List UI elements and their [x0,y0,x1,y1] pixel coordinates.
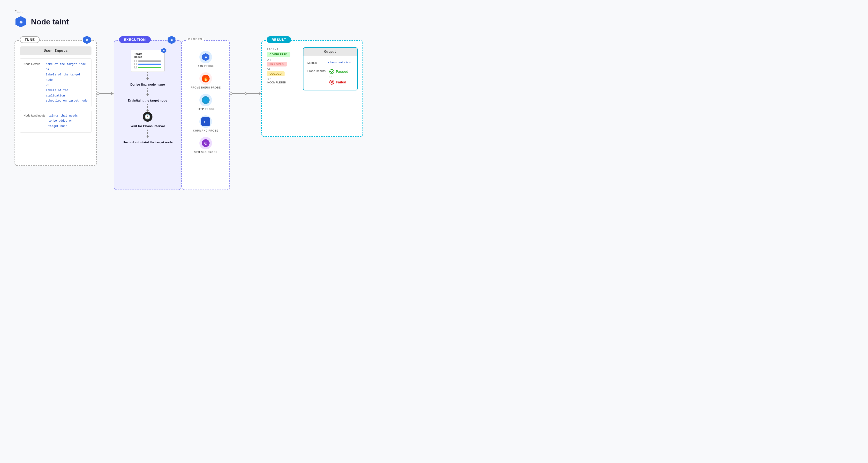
status-column: STATUS COMPLETED OR ERRORED OR QUEUED OR… [267,47,298,91]
node-taint-values: taints that needsto be added ontarget no… [48,113,78,129]
node-details-row: Node Details name of the target node OR … [20,58,91,107]
or-1: OR [267,58,298,61]
execution-k8s-icon: ⎈ [167,35,176,44]
passed-badge: Passed [329,69,348,74]
status-completed: COMPLETED [267,52,290,57]
output-header: Output [304,48,357,56]
srm-slo-probe-item[interactable]: ⊕ SRM SLO PROBE [194,137,218,154]
connector-arrow-2 [259,92,261,95]
exec-step-wait: 🕐 Wait for Chaos Interval [130,104,164,129]
connector-line-2 [232,93,244,94]
http-probe-name: HTTP PROBE [197,108,215,110]
exec-step-target-nodes: Targetnodes ⎈ Derive final node name [130,50,165,88]
http-probe-item[interactable]: 🌐 HTTP PROBE [197,94,215,110]
result-badge: RESULT [267,36,291,43]
svg-text:⎈: ⎈ [19,19,23,25]
probes-section: PROBES ⎈ K8S PROBE 🔥 [182,40,230,190]
connector-line-3 [247,93,259,94]
exec-step-label-1: Derive final node name [130,82,165,87]
svg-text:⊕: ⊕ [204,141,208,145]
execution-section: EXECUTION ⎈ Targetnodes ⎈ [114,40,182,190]
check-icon [329,69,334,74]
metrics-row: Metrics chaos metrics [307,59,353,67]
tune-section: TUNE ⎈ User Inputs Node Details name of … [14,40,97,166]
probe-results-values: Passed OR Failed [329,69,348,85]
result-section: RESULT STATUS COMPLETED OR ERRORED OR QU… [261,40,363,137]
k8s-probe-icon: ⎈ [199,51,212,63]
exec-step-uncordon: Uncordon/untaint the target node [123,130,173,145]
svg-text:🔥: 🔥 [203,76,209,81]
srm-probe-icon: ⊕ [199,137,212,150]
k8s-probe-name: K8S PROBE [198,65,214,67]
page-label: Fault [14,10,854,13]
k8s-probe-item[interactable]: ⎈ K8S PROBE [198,51,214,67]
connector-circle-2 [230,92,232,95]
or-3: OR [267,77,298,80]
node-taint-label: Node taint inputs [24,113,45,129]
failed-badge: Failed [329,80,348,85]
probe-results-label: Probe Results [307,69,326,73]
svg-text:⎈: ⎈ [163,49,165,52]
or-2: OR [267,68,298,71]
http-probe-icon: 🌐 [199,94,212,106]
output-box: Output Metrics chaos metrics Probe Resul… [303,47,358,91]
tune-k8s-icon: ⎈ [82,35,91,44]
status-errored: ERRORED [267,62,287,66]
metrics-value: chaos metrics [328,61,351,64]
svg-text:⎈: ⎈ [86,38,88,42]
clock-icon: 🕐 [143,112,152,122]
page-title: Node taint [31,18,69,26]
status-incompleted: INCOMPLETED [267,81,298,84]
probe-list: ⎈ K8S PROBE 🔥 PROMETHEUS PROBE [187,47,224,154]
prometheus-probe-name: PROMETHEUS PROBE [191,86,221,89]
probes-label: PROBES [187,38,204,41]
or-probe: OR [329,75,348,78]
target-nodes-k8s-icon: ⎈ [161,47,167,54]
connector-line-1 [99,93,111,94]
exec-step-label-3: Wait for Chaos Interval [130,124,164,128]
prometheus-probe-item[interactable]: 🔥 PROMETHEUS PROBE [191,72,221,89]
svg-text:⎈: ⎈ [205,55,207,59]
output-body: Metrics chaos metrics Probe Results Pa [304,56,357,90]
k8s-icon-large: ⎈ [14,15,27,28]
probes-to-result-connector [230,92,261,95]
tune-to-execution-connector [97,92,114,95]
node-details-values: name of the target node OR labels of the… [46,62,88,104]
command-probe-item[interactable]: >_ COMMAND PROBE [193,115,218,132]
execution-badge: EXECUTION [119,36,151,43]
prometheus-probe-icon: 🔥 [199,72,212,85]
svg-point-20 [330,69,334,74]
connector-circle-3 [244,92,247,95]
status-queued: QUEUED [267,71,285,76]
svg-text:🌐: 🌐 [203,98,208,102]
svg-text:>_: >_ [204,120,208,124]
x-icon [329,80,334,85]
node-details-label: Node Details [24,62,43,104]
status-label: STATUS [267,47,298,50]
exec-step-label-4: Uncordon/untaint the target node [123,140,173,144]
srm-probe-name: SRM SLO PROBE [194,151,218,154]
connector-arrow-1 [111,92,114,95]
probe-results-row: Probe Results Passed OR [307,67,353,87]
tune-badge: TUNE [20,36,40,43]
user-inputs-header: User Inputs [20,46,91,55]
connector-circle-1 [97,92,99,95]
metrics-label: Metrics [307,61,324,65]
command-probe-name: COMMAND PROBE [193,129,218,132]
exec-step-label-2: Drain/taint the target node [128,98,167,103]
node-taint-row: Node taint inputs taints that needsto be… [20,110,91,133]
command-probe-icon: >_ [199,115,212,128]
target-nodes-card: Targetnodes ⎈ [131,50,164,72]
exec-step-drain: Drain/taint the target node [128,88,167,104]
svg-text:⎈: ⎈ [170,38,173,42]
